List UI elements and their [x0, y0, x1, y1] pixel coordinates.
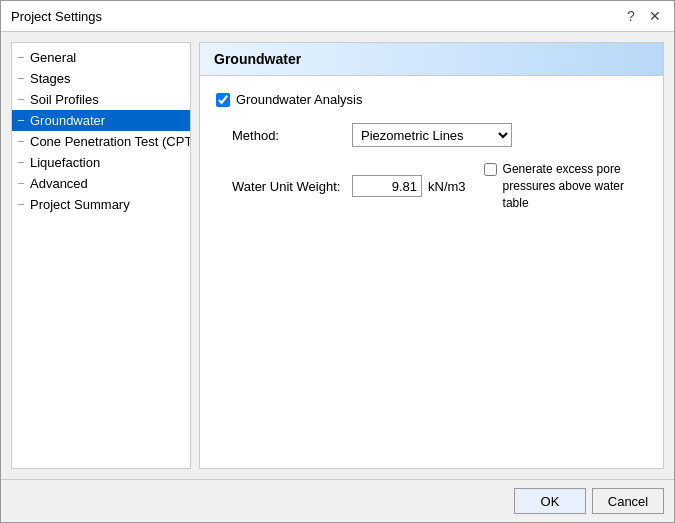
method-select[interactable]: Piezometric Lines Water Table None — [352, 123, 512, 147]
dialog-title: Project Settings — [11, 9, 102, 24]
groundwater-analysis-checkbox[interactable] — [216, 93, 230, 107]
sidebar-item-project-summary[interactable]: Project Summary — [12, 194, 190, 215]
main-content: Groundwater Groundwater Analysis Method:… — [199, 42, 664, 469]
dialog-footer: OK Cancel — [1, 479, 674, 522]
sidebar: General Stages Soil Profiles Groundwater… — [11, 42, 191, 469]
groundwater-analysis-label: Groundwater Analysis — [236, 92, 362, 107]
water-unit-weight-row: Water Unit Weight: kN/m3 Generate excess… — [232, 161, 647, 211]
sidebar-item-groundwater[interactable]: Groundwater — [12, 110, 190, 131]
help-button[interactable]: ? — [622, 7, 640, 25]
method-row: Method: Piezometric Lines Water Table No… — [232, 123, 647, 147]
dialog-body: General Stages Soil Profiles Groundwater… — [1, 32, 674, 479]
close-button[interactable]: ✕ — [646, 7, 664, 25]
sidebar-item-stages[interactable]: Stages — [12, 68, 190, 89]
sidebar-item-soil-profiles[interactable]: Soil Profiles — [12, 89, 190, 110]
sidebar-item-advanced[interactable]: Advanced — [12, 173, 190, 194]
sidebar-item-general[interactable]: General — [12, 47, 190, 68]
cancel-button[interactable]: Cancel — [592, 488, 664, 514]
sidebar-item-liquefaction[interactable]: Liquefaction — [12, 152, 190, 173]
title-bar-controls: ? ✕ — [622, 7, 664, 25]
content-body: Groundwater Analysis Method: Piezometric… — [200, 76, 663, 468]
analysis-checkbox-row: Groundwater Analysis — [216, 92, 647, 107]
content-header: Groundwater — [200, 43, 663, 76]
pore-pressure-section: Generate excess pore pressures above wat… — [484, 161, 633, 211]
ok-button[interactable]: OK — [514, 488, 586, 514]
sidebar-item-cpt[interactable]: Cone Penetration Test (CPT) — [12, 131, 190, 152]
content-panel: Groundwater Groundwater Analysis Method:… — [199, 42, 664, 469]
water-unit-weight-label: Water Unit Weight: — [232, 179, 352, 194]
project-settings-dialog: Project Settings ? ✕ General Stages Soil… — [0, 0, 675, 523]
pore-pressure-label: Generate excess pore pressures above wat… — [503, 161, 633, 211]
section-title: Groundwater — [214, 51, 301, 67]
title-bar: Project Settings ? ✕ — [1, 1, 674, 32]
water-unit-weight-input[interactable] — [352, 175, 422, 197]
water-unit-weight-unit: kN/m3 — [428, 179, 466, 194]
pore-pressure-checkbox[interactable] — [484, 163, 497, 176]
method-label: Method: — [232, 128, 352, 143]
